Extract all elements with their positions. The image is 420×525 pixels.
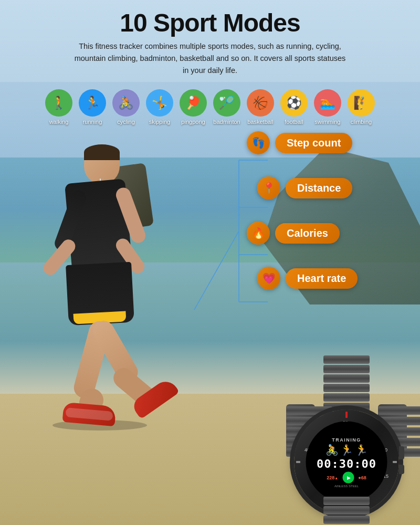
band-top (323, 354, 370, 412)
sport-item-basketball: 🏀 basketball (247, 89, 274, 125)
calories-label: Calories (275, 223, 340, 244)
sport-label-running: running (83, 119, 102, 125)
sport-icon-football: ⚽ (280, 89, 308, 117)
distance-label: Distance (286, 178, 352, 198)
watch-running2-icon: 🏃 (355, 443, 368, 456)
sport-item-football: ⚽ football (280, 89, 308, 125)
watch-running-icon: 🏃 (340, 443, 353, 456)
watch-button[interactable] (399, 465, 404, 474)
heart-rate-icon: 💗 (257, 267, 280, 290)
sport-item-pingpong: 🏓 pingpong (180, 89, 207, 125)
sport-icon-badminton: 🏸 (213, 89, 240, 117)
features-column: 👣 Step count 📍 Distance 🔥 Calories 💗 Hea… (247, 131, 404, 312)
svg-rect-6 (345, 412, 348, 418)
svg-rect-8 (296, 461, 300, 463)
watch-cycling-icon: 🚴 (326, 443, 339, 456)
step-count-icon: 👣 (247, 131, 270, 154)
sport-label-badminton: badminton (213, 119, 240, 125)
header: 10 Sport Modes This fitness tracker comb… (0, 0, 420, 82)
calories-icon: 🔥 (247, 222, 270, 245)
sport-icon-skipping: 🤸 (146, 89, 173, 117)
page-subtitle: This fitness tracker combines multiple s… (74, 40, 346, 77)
sport-label-walking: walking (49, 119, 69, 125)
svg-line-5 (194, 231, 239, 310)
feature-calories: 🔥 Calories (247, 222, 404, 245)
sport-label-basketball: basketball (247, 119, 274, 125)
main-content-area: 👣 Step count 📍 Distance 🔥 Calories 💗 Hea… (0, 126, 420, 525)
sport-icon-pingpong: 🏓 (180, 89, 207, 117)
step-count-label: Step count (275, 133, 352, 153)
sport-icon-cycling: 🚴 (112, 89, 140, 117)
sport-label-skipping: skipping (149, 119, 170, 125)
watch-play-button[interactable] (342, 471, 354, 483)
feature-heart-rate: 💗 Heart rate (257, 267, 404, 290)
sport-label-cycling: cycling (117, 119, 135, 125)
watch-screen: TRAINING 🚴 🏃 🏃 00:30:00 228▲ (306, 422, 387, 503)
sport-item-climbing: 🧗 climbing (348, 89, 375, 125)
smart-watch: 55 40 20 15 30 TRAINING 🚴 🏃 🏃 (278, 346, 415, 525)
sport-label-climbing: climbing (351, 119, 372, 125)
sport-label-swimming: swimming (315, 119, 341, 125)
watch-mode-label: TRAINING (310, 437, 383, 442)
sport-item-badminton: 🏸 badminton (213, 89, 240, 125)
sport-item-skipping: 🤸 skipping (146, 89, 173, 125)
sport-item-cycling: 🚴 cycling (112, 89, 140, 125)
distance-icon: 📍 (257, 176, 280, 200)
sport-icon-running: 🏃 (79, 89, 106, 117)
watch-crown[interactable] (399, 446, 404, 459)
band-bottom (323, 496, 370, 525)
sports-row: 🚶 walking 🏃 running 🚴 cycling 🤸 skipping… (0, 82, 420, 129)
sport-icon-swimming: 🏊 (314, 89, 341, 117)
watch-steps-value: 228▲ (327, 475, 338, 480)
sport-item-swimming: 🏊 swimming (314, 89, 341, 125)
watch-brand: AINLESS STEEL (310, 484, 383, 487)
watch-time: 00:30:00 (310, 457, 383, 470)
heart-rate-label: Heart rate (286, 268, 358, 289)
page-title: 10 Sport Modes (32, 9, 388, 37)
sport-icon-walking: 🚶 (45, 89, 72, 117)
watch-hr-value: ●68 (358, 475, 366, 480)
sport-item-running: 🏃 running (79, 89, 106, 125)
feature-step-count: 👣 Step count (247, 131, 404, 154)
sport-icon-climbing: 🧗 (348, 89, 375, 117)
sport-item-walking: 🚶 walking (45, 89, 72, 125)
sport-label-pingpong: pingpong (181, 119, 205, 125)
sport-label-football: football (285, 119, 303, 125)
sport-icon-basketball: 🏀 (247, 89, 274, 117)
svg-rect-9 (393, 461, 397, 463)
runner-figure (10, 136, 200, 478)
feature-distance: 📍 Distance (257, 176, 404, 200)
